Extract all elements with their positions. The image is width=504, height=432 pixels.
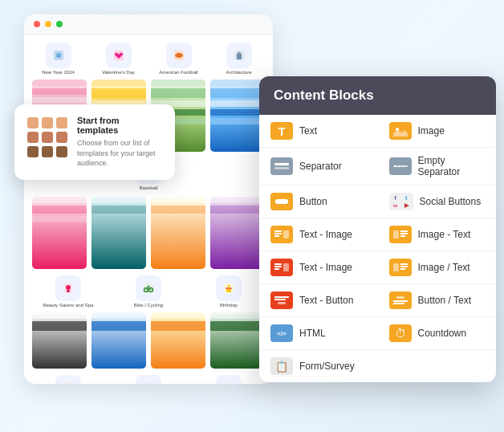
- cb-label-text-image-2: Text - Image: [299, 262, 352, 273]
- cat-label-beauty: Beauty Salons and Spa: [43, 303, 94, 308]
- palette-dot-4: [27, 132, 39, 143]
- svg-rect-38: [274, 233, 282, 234]
- button-text-icon: [389, 291, 412, 309]
- cat-car-dealers[interactable]: Car Dealers: [112, 375, 185, 384]
- category-row-3: Beauty Salons and Spa Bike / Cycling Bir…: [32, 275, 265, 308]
- svg-rect-44: [400, 235, 405, 237]
- cb-label-image-text-2: Image / Text: [418, 262, 470, 273]
- cat-icon-birthday: [216, 275, 242, 301]
- cat-icon-cycling: [136, 275, 161, 301]
- content-blocks-grid: T Text Image Separator Empty Separator: [259, 115, 496, 382]
- content-blocks-header: Content Blocks: [259, 76, 496, 115]
- cb-item-form[interactable]: 📋 Form/Survey: [259, 350, 496, 382]
- start-templates-card: Start from templates Choose from our lis…: [14, 104, 175, 180]
- svg-rect-39: [274, 235, 279, 237]
- cb-item-text-image-2[interactable]: Text - Image: [259, 251, 378, 284]
- svg-rect-57: [393, 300, 408, 302]
- svg-rect-47: [274, 268, 279, 270]
- cb-item-button-text[interactable]: Button / Text: [378, 284, 497, 317]
- text-image-2-icon: [270, 259, 293, 276]
- cat-football[interactable]: American Football: [152, 43, 205, 75]
- cb-item-social[interactable]: f t in ▶ Social Buttons: [378, 185, 497, 218]
- browser-dot-green: [56, 21, 63, 27]
- cb-label-button-text: Button / Text: [418, 295, 472, 306]
- cb-item-button[interactable]: Button: [259, 185, 378, 218]
- text-image-1-icon: [270, 226, 293, 243]
- cat-icon-new-year: [46, 43, 71, 68]
- cb-item-text-button[interactable]: Text - Button: [259, 284, 378, 317]
- svg-rect-56: [396, 296, 404, 299]
- cb-item-text[interactable]: T Text: [259, 115, 378, 148]
- cb-item-image-text-2[interactable]: Image / Text: [378, 251, 497, 284]
- empty-separator-icon: [389, 157, 412, 175]
- html-icon: </>: [270, 324, 293, 342]
- thumb-2c: [151, 197, 205, 269]
- thumb-2b: [91, 197, 146, 269]
- cat-icon-football: [166, 43, 192, 68]
- svg-rect-12: [67, 290, 70, 292]
- cat-racing[interactable]: Car and Moto Racing: [32, 375, 104, 384]
- cb-item-countdown[interactable]: ⏱ Countdown: [378, 317, 497, 350]
- cb-item-image-text[interactable]: Image - Text: [378, 218, 497, 251]
- image-text-2-icon: [389, 259, 412, 276]
- cb-label-form: Form/Survey: [299, 361, 355, 372]
- cat-christmas[interactable]: Christmas: [193, 375, 265, 384]
- svg-rect-49: [393, 263, 399, 271]
- image-text-icon: [389, 226, 412, 243]
- cat-label-baseball: Baseball: [139, 185, 157, 190]
- thumb-3a: [32, 312, 87, 369]
- svg-rect-41: [393, 230, 399, 238]
- browser-dot-red: [34, 21, 40, 27]
- svg-rect-50: [400, 263, 408, 265]
- content-blocks-panel: Content Blocks T Text Image Separator: [259, 76, 496, 382]
- cat-icon-beauty: [55, 275, 81, 301]
- cb-item-separator[interactable]: Separator: [259, 148, 378, 185]
- svg-rect-52: [400, 268, 405, 270]
- cat-icon-architecture: [226, 43, 252, 68]
- image-icon: [389, 122, 412, 140]
- cb-item-image[interactable]: Image: [378, 115, 497, 148]
- separator-icon: [270, 157, 293, 175]
- cat-valentines[interactable]: Valentine's Day: [92, 43, 144, 75]
- text-button-icon: [270, 291, 293, 309]
- thumb-3d: [210, 312, 265, 369]
- cb-item-text-image-1[interactable]: Text - Image: [259, 218, 378, 251]
- social-icon: f t in ▶: [389, 193, 413, 210]
- cat-new-year[interactable]: New Year 2024: [32, 43, 84, 75]
- cat-beauty[interactable]: Beauty Salons and Spa: [32, 275, 104, 308]
- palette-dot-8: [42, 146, 53, 157]
- cb-item-html[interactable]: </> HTML: [259, 317, 378, 350]
- cat-birthday[interactable]: Birthday: [193, 275, 265, 308]
- svg-rect-51: [400, 266, 408, 267]
- svg-rect-48: [283, 263, 289, 271]
- cat-icon-valentines: [106, 43, 132, 68]
- thumb-3c: [151, 312, 205, 369]
- svg-point-1: [56, 53, 61, 58]
- palette-dot-5: [42, 132, 53, 143]
- cb-label-button: Button: [299, 196, 327, 207]
- svg-rect-45: [274, 263, 282, 265]
- cat-label-new-year: New Year 2024: [42, 70, 75, 75]
- countdown-icon: ⏱: [389, 324, 412, 342]
- svg-rect-21: [63, 383, 73, 384]
- svg-rect-23: [144, 383, 153, 384]
- browser-dot-yellow: [45, 21, 51, 27]
- browser-content: New Year 2024 Valentine's Day American F…: [24, 35, 273, 384]
- cat-icon-racing: [55, 375, 81, 384]
- svg-rect-42: [400, 230, 408, 232]
- start-title: Start from templates: [77, 116, 162, 135]
- form-icon: 📋: [270, 357, 293, 375]
- svg-rect-43: [400, 233, 408, 234]
- cb-item-empty-sep[interactable]: Empty Separator: [378, 148, 497, 185]
- browser-header: [24, 14, 273, 35]
- svg-point-11: [66, 285, 71, 290]
- svg-rect-20: [229, 285, 230, 288]
- cat-icon-car-dealers: [136, 375, 161, 384]
- cat-architecture[interactable]: Architecture: [213, 43, 265, 75]
- color-palette: [27, 117, 67, 157]
- thumb-blue: [210, 79, 265, 152]
- svg-rect-36: [275, 199, 288, 204]
- cat-cycling[interactable]: Bike / Cycling: [112, 275, 185, 308]
- palette-dot-3: [56, 117, 67, 128]
- cb-label-image-text: Image - Text: [418, 229, 471, 240]
